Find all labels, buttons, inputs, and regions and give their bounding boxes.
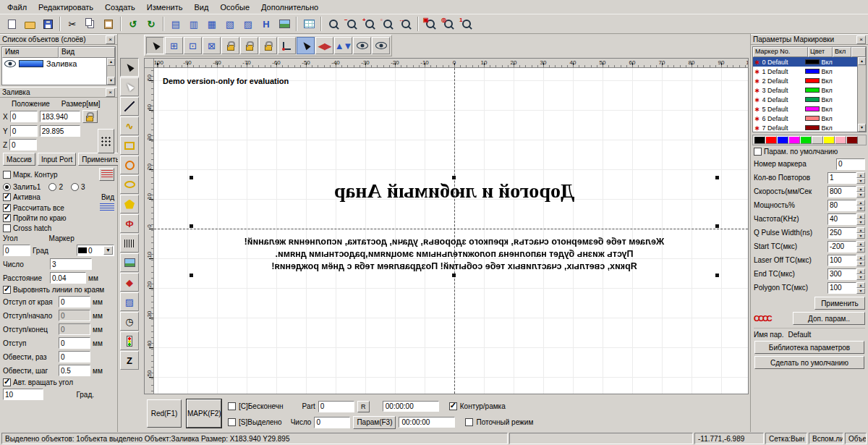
zoom-window-button[interactable]: ▫ xyxy=(379,16,396,33)
menu-item-2[interactable]: Создать xyxy=(99,1,141,13)
pen-row[interactable]: ∗2 DefaultВкл xyxy=(753,76,857,85)
chevron-down-icon[interactable]: ▼ xyxy=(103,246,113,255)
edge-offset-field[interactable] xyxy=(59,296,90,308)
pen-on-label[interactable]: Вкл xyxy=(822,115,833,122)
undo-button[interactable]: ↺ xyxy=(124,16,142,33)
pen-col-on[interactable]: Вкл xyxy=(833,47,851,57)
io-config-button[interactable] xyxy=(300,16,318,33)
power-field-spinner[interactable]: ▴▾ xyxy=(856,200,865,211)
z-position-field[interactable] xyxy=(9,139,37,151)
mirror-horizontal-button[interactable]: ◀▶ xyxy=(315,37,333,54)
line-tool-button[interactable] xyxy=(120,97,139,116)
palette-color[interactable] xyxy=(800,136,812,144)
palette-color[interactable] xyxy=(777,136,788,144)
node-edit-button[interactable]: ⊡ xyxy=(184,37,202,54)
palette-color[interactable] xyxy=(823,136,835,144)
apply-position-button[interactable]: Применить xyxy=(78,153,123,166)
curve-tool-button[interactable]: ∿ xyxy=(120,116,139,135)
objects-col-name[interactable]: Имя xyxy=(2,47,59,58)
anchor-point-button[interactable] xyxy=(98,129,114,153)
object-state[interactable]: Объект:В xyxy=(845,433,867,444)
marker-number-field[interactable] xyxy=(836,158,865,170)
pen-on-label[interactable]: Вкл xyxy=(822,87,833,94)
end-tc-field[interactable] xyxy=(827,268,856,280)
pen-row[interactable]: ∗4 DefaultВкл xyxy=(753,95,857,104)
save-file-button[interactable] xyxy=(39,16,56,33)
pen-row[interactable]: ∗3 DefaultВкл xyxy=(753,85,857,95)
rotate-angle-field[interactable] xyxy=(3,389,43,400)
x-position-field[interactable] xyxy=(10,111,38,122)
hatch-count-field[interactable] xyxy=(50,258,92,270)
hatch-button[interactable]: H xyxy=(258,16,275,33)
pen-col-color[interactable]: Цвет xyxy=(808,47,833,57)
vector-file-tool-button[interactable]: ◆ xyxy=(120,273,139,292)
copy-button[interactable] xyxy=(82,16,99,33)
zoom-out-button[interactable]: − xyxy=(343,16,360,33)
vertex-button[interactable]: ⊠ xyxy=(203,37,221,54)
palette-color[interactable] xyxy=(765,136,777,144)
pen-on-label[interactable]: Вкл xyxy=(822,106,833,113)
qpulse-width-field-spinner[interactable]: ▴▾ xyxy=(856,227,865,239)
io-tool-button[interactable] xyxy=(120,331,139,350)
close-icon[interactable]: × xyxy=(106,35,115,44)
outline-step-field[interactable] xyxy=(59,365,90,376)
pen-row[interactable]: ∗1 DefaultВкл xyxy=(753,67,857,76)
mark-button[interactable]: MAPK(F2) xyxy=(187,399,221,428)
overlay-button[interactable]: ▧ xyxy=(221,16,239,33)
loop-count-field-spinner[interactable]: ▴▾ xyxy=(856,172,865,184)
start-tc-field-spinner[interactable]: ▴▾ xyxy=(856,241,865,253)
combine-button[interactable]: ▨ xyxy=(239,16,257,33)
pen-row[interactable]: ∗5 DefaultВкл xyxy=(753,104,857,114)
laser-off-tc-field[interactable] xyxy=(827,255,856,266)
palette-color[interactable] xyxy=(835,136,846,144)
active-checkbox[interactable] xyxy=(3,193,11,201)
mark-count-field[interactable] xyxy=(314,417,350,428)
fill3-radio[interactable] xyxy=(71,183,79,191)
pen-scrollbar[interactable]: ▴ ▾ xyxy=(857,57,866,132)
offset-field[interactable] xyxy=(59,337,90,349)
polygon-tool-button[interactable] xyxy=(120,195,139,213)
walk-edge-checkbox[interactable] xyxy=(3,214,11,222)
ellipse-tool-button[interactable] xyxy=(120,175,139,194)
palette-color[interactable] xyxy=(846,136,858,144)
pen-on-label[interactable]: Вкл xyxy=(822,96,833,103)
select-arrow-button[interactable] xyxy=(146,37,164,54)
zoom-in-button[interactable]: + xyxy=(361,16,378,33)
path-eye-button[interactable] xyxy=(372,37,390,54)
pen-col-marker[interactable]: Маркер No. xyxy=(753,47,808,57)
barcode-tool-button[interactable] xyxy=(120,234,139,253)
polygon-tc-field-spinner[interactable]: ▴▾ xyxy=(856,282,865,294)
array-button[interactable]: Массив xyxy=(3,153,35,166)
text-object[interactable]: Дорогой и любимый Анар Желаем тебе безме… xyxy=(192,178,717,275)
lock-all-button[interactable] xyxy=(259,37,277,54)
red-pointer-button[interactable]: Red(F1) xyxy=(147,399,182,428)
grid-state[interactable]: Сетка:Вын xyxy=(765,433,807,444)
circle-tool-button[interactable] xyxy=(120,156,139,174)
close-icon[interactable]: × xyxy=(106,88,115,97)
text-tool-button[interactable]: Ф xyxy=(120,214,139,233)
outline-count-field[interactable] xyxy=(59,351,90,363)
snap-grid-button[interactable] xyxy=(278,37,296,54)
advanced-params-button[interactable]: Доп. парам.. xyxy=(793,312,865,325)
speed-field[interactable] xyxy=(827,186,856,198)
contour-style-button[interactable] xyxy=(99,168,114,181)
palette-color[interactable] xyxy=(812,136,823,144)
hatch-tool-button[interactable]: ▨ xyxy=(120,292,139,311)
pen-row[interactable]: ∗6 DefaultВкл xyxy=(753,114,857,123)
default-param-checkbox[interactable] xyxy=(754,148,762,156)
calc-all-checkbox[interactable] xyxy=(3,204,11,212)
guides-state[interactable]: Вспом.ли xyxy=(809,433,843,444)
distribute-button[interactable]: ▦ xyxy=(203,16,221,33)
rectangle-tool-button[interactable] xyxy=(120,136,139,155)
transform-button[interactable]: ⊞ xyxy=(165,37,183,54)
options-button[interactable] xyxy=(276,16,293,33)
polygon-tc-field[interactable] xyxy=(827,282,856,294)
param-button[interactable]: Парам(F3) xyxy=(353,416,396,429)
infinite-checkbox[interactable] xyxy=(228,402,236,410)
work-canvas[interactable]: Demo version-only for evaluation Дорогой… xyxy=(154,68,748,394)
new-file-button[interactable] xyxy=(3,16,20,33)
pen-on-label[interactable]: Вкл xyxy=(822,77,833,85)
zoom-history-button[interactable] xyxy=(325,16,342,33)
part-count-field[interactable] xyxy=(318,401,354,412)
align-button[interactable]: ▥ xyxy=(185,16,203,33)
